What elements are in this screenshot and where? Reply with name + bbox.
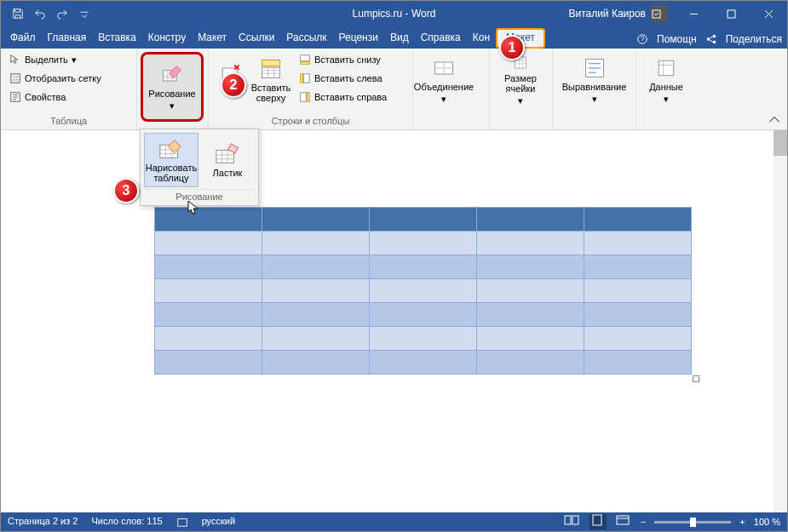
svg-rect-29 bbox=[617, 516, 629, 524]
page-status[interactable]: Страница 2 из 2 bbox=[8, 516, 78, 528]
properties-button[interactable]: Свойства bbox=[6, 88, 105, 106]
table-resize-handle[interactable] bbox=[693, 375, 699, 382]
table-row bbox=[155, 232, 692, 255]
cellsize-button[interactable]: Размер ячейки▾ bbox=[495, 50, 546, 110]
tab-mailings[interactable]: Рассылк bbox=[280, 28, 332, 49]
insert-left-button[interactable]: Вставить слева bbox=[296, 69, 390, 88]
draw-dropdown: Нарисовать таблицу Ластик Рисование bbox=[140, 129, 259, 206]
tab-file[interactable]: Файл bbox=[4, 28, 42, 49]
marker-1: 1 bbox=[499, 35, 525, 60]
web-layout-button[interactable] bbox=[615, 514, 632, 529]
draw-table-icon bbox=[158, 137, 184, 163]
svg-rect-1 bbox=[728, 10, 735, 18]
group-data: Данные▾ bbox=[636, 49, 696, 129]
word-table[interactable] bbox=[154, 207, 692, 375]
draw-dropdown-button[interactable]: Рисование ▾ bbox=[141, 52, 204, 122]
window-title: Lumpics.ru - Word bbox=[353, 8, 436, 20]
tab-design-contextual[interactable]: Кон bbox=[467, 28, 496, 49]
svg-rect-21 bbox=[659, 60, 674, 76]
minimize-button[interactable] bbox=[675, 1, 712, 26]
eraser-icon bbox=[215, 142, 240, 168]
svg-rect-16 bbox=[301, 93, 307, 102]
svg-rect-15 bbox=[301, 74, 303, 83]
tab-view[interactable]: Вид bbox=[384, 28, 415, 49]
svg-rect-13 bbox=[301, 62, 310, 65]
zoom-out-button[interactable]: − bbox=[641, 517, 646, 527]
tab-design[interactable]: Констру bbox=[142, 28, 192, 49]
close-button[interactable] bbox=[750, 1, 787, 26]
eraser-item[interactable]: Ластик bbox=[200, 133, 255, 187]
insert-above-button[interactable]: Вставить сверху bbox=[248, 50, 294, 110]
titlebar: Lumpics.ru - Word Виталий Каиров bbox=[1, 1, 787, 26]
tab-references[interactable]: Ссылки bbox=[233, 28, 280, 49]
tab-review[interactable]: Рецензи bbox=[333, 28, 384, 49]
select-button[interactable]: Выделить▾ bbox=[6, 50, 105, 69]
tell-me-icon bbox=[636, 33, 648, 45]
chevron-down-icon: ▾ bbox=[518, 95, 523, 106]
statusbar: Страница 2 из 2 Число слов: 115 русский … bbox=[1, 512, 787, 531]
redo-button[interactable] bbox=[52, 3, 72, 24]
group-cellsize: Размер ячейки▾ bbox=[490, 49, 553, 129]
merge-button[interactable]: Объединение▾ bbox=[418, 50, 469, 110]
spellcheck-icon[interactable] bbox=[176, 516, 188, 528]
read-mode-button[interactable] bbox=[564, 514, 581, 529]
ribbon-tabs: Файл Главная Вставка Констру Макет Ссылк… bbox=[1, 26, 787, 49]
zoom-slider[interactable] bbox=[654, 521, 731, 523]
svg-rect-12 bbox=[301, 55, 310, 61]
svg-rect-6 bbox=[11, 74, 20, 83]
svg-rect-23 bbox=[216, 150, 234, 163]
print-layout-button[interactable] bbox=[590, 514, 607, 529]
chevron-down-icon: ▾ bbox=[441, 94, 446, 105]
chevron-down-icon: ▾ bbox=[664, 94, 669, 105]
group-draw: Рисование ▾ bbox=[137, 49, 209, 129]
group-table: Выделить▾ Отобразить сетку Свойства Табл… bbox=[1, 49, 137, 129]
svg-rect-28 bbox=[593, 515, 601, 525]
chevron-down-icon: ▾ bbox=[72, 54, 77, 66]
ribbon: Выделить▾ Отобразить сетку Свойства Табл… bbox=[1, 49, 787, 130]
marker-3: 3 bbox=[113, 178, 139, 203]
tab-help[interactable]: Справка bbox=[415, 28, 467, 49]
collapse-ribbon-button[interactable] bbox=[767, 112, 782, 128]
tell-me[interactable]: Помощн bbox=[657, 33, 697, 45]
tab-layout[interactable]: Макет bbox=[192, 28, 233, 49]
language-status[interactable]: русский bbox=[202, 516, 235, 528]
undo-button[interactable] bbox=[30, 3, 50, 24]
table-row bbox=[155, 208, 692, 232]
draw-table-item[interactable]: Нарисовать таблицу bbox=[144, 133, 198, 187]
ribbon-options-button[interactable] bbox=[637, 1, 675, 26]
svg-rect-27 bbox=[572, 516, 578, 524]
group-table-label: Таблица bbox=[6, 116, 131, 128]
group-align: Выравнивание▾ bbox=[553, 49, 636, 129]
save-button[interactable] bbox=[8, 3, 28, 24]
insert-below-button[interactable]: Вставить снизу bbox=[296, 50, 390, 69]
chevron-down-icon: ▾ bbox=[170, 100, 175, 112]
share-icon bbox=[705, 33, 717, 45]
align-button[interactable]: Выравнивание▾ bbox=[558, 50, 630, 110]
table-row bbox=[155, 327, 692, 351]
table-row bbox=[155, 303, 692, 327]
insert-right-button[interactable]: Вставить справа bbox=[296, 88, 390, 106]
scrollbar-thumb[interactable] bbox=[774, 130, 787, 156]
svg-rect-25 bbox=[177, 519, 187, 527]
svg-rect-14 bbox=[303, 74, 309, 83]
vertical-scrollbar[interactable] bbox=[774, 130, 787, 512]
svg-rect-11 bbox=[262, 60, 280, 66]
zoom-thumb[interactable] bbox=[690, 518, 696, 527]
user-name: Виталий Каиров bbox=[568, 8, 646, 20]
word-count[interactable]: Число слов: 115 bbox=[91, 516, 162, 528]
draw-icon bbox=[160, 63, 184, 87]
dropdown-label: Рисование bbox=[144, 189, 255, 202]
tab-insert[interactable]: Вставка bbox=[92, 28, 142, 49]
qat-dropdown[interactable] bbox=[74, 3, 95, 24]
zoom-in-button[interactable]: + bbox=[739, 517, 745, 527]
maximize-button[interactable] bbox=[712, 1, 750, 26]
gridlines-button[interactable]: Отобразить сетку bbox=[6, 69, 105, 88]
svg-rect-10 bbox=[262, 67, 280, 77]
quick-access-toolbar bbox=[1, 1, 101, 26]
zoom-level[interactable]: 100 % bbox=[754, 517, 780, 527]
share-button[interactable]: Поделиться bbox=[726, 33, 782, 45]
tab-home[interactable]: Главная bbox=[42, 28, 93, 49]
chevron-down-icon: ▾ bbox=[592, 94, 597, 105]
data-button[interactable]: Данные▾ bbox=[641, 50, 691, 110]
marker-2: 2 bbox=[221, 72, 246, 98]
